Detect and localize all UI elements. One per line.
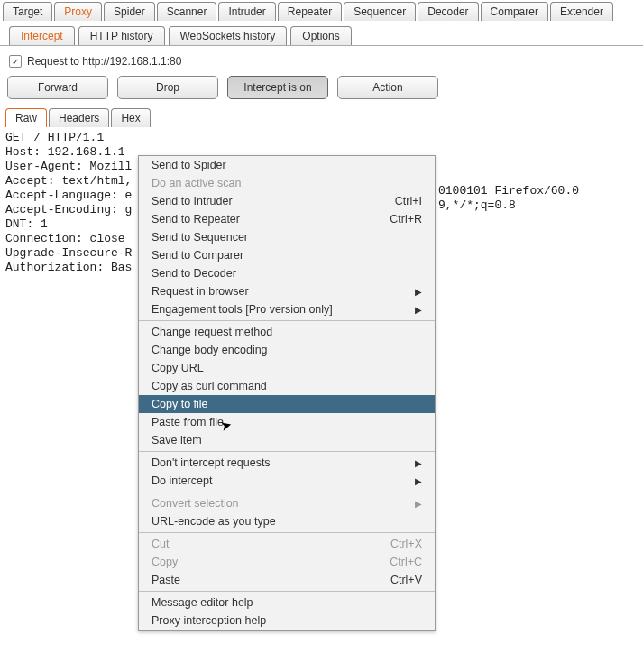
menu-item-send-to-comparer[interactable]: Send to Comparer <box>139 246 435 264</box>
context-menu[interactable]: Send to SpiderDo an active scanSend to I… <box>138 155 436 631</box>
menu-item-send-to-sequencer[interactable]: Send to Sequencer <box>139 228 435 246</box>
intercept-toggle-button[interactable]: Intercept is on <box>227 76 328 99</box>
submenu-arrow-icon: ▶ <box>415 287 422 297</box>
menu-item-label: Convert selection <box>152 497 239 510</box>
menu-item-copy-to-file[interactable]: Copy to file <box>139 395 435 413</box>
sub-tab-options[interactable]: Options <box>290 26 351 45</box>
menu-item-message-editor-help[interactable]: Message editor help <box>139 594 435 612</box>
menu-item-send-to-spider[interactable]: Send to Spider <box>139 156 435 174</box>
menu-item-label: Request in browser <box>152 285 249 298</box>
menu-item-label: Change body encoding <box>152 344 268 356</box>
submenu-arrow-icon: ▶ <box>415 476 422 486</box>
menu-item-copy-url[interactable]: Copy URL <box>139 359 435 377</box>
menu-item-label: Send to Intruder <box>152 195 233 207</box>
menu-item-cut: CutCtrl+X <box>139 535 435 553</box>
menu-item-label: URL-encode as you type <box>152 515 276 528</box>
sub-tab-intercept[interactable]: Intercept <box>9 26 75 45</box>
request-label: Request to http://192.168.1.1:80 <box>27 55 181 68</box>
action-button[interactable]: Action <box>337 76 438 99</box>
view-tab-hex[interactable]: Hex <box>111 108 150 127</box>
menu-item-label: Copy <box>152 556 178 568</box>
menu-item-send-to-decoder[interactable]: Send to Decoder <box>139 264 435 282</box>
menu-item-request-in-browser[interactable]: Request in browser▶ <box>139 282 435 300</box>
submenu-arrow-icon: ▶ <box>415 305 422 315</box>
menu-item-label: Copy to file <box>152 398 208 410</box>
top-tab-spider[interactable]: Spider <box>104 2 155 21</box>
menu-item-paste-from-file[interactable]: Paste from file <box>139 413 435 431</box>
top-tab-sequencer[interactable]: Sequencer <box>344 2 416 21</box>
view-tab-raw[interactable]: Raw <box>5 108 47 127</box>
menu-item-convert-selection: Convert selection▶ <box>139 494 435 512</box>
menu-item-label: Proxy interception help <box>152 614 266 627</box>
top-tab-proxy[interactable]: Proxy <box>54 2 102 21</box>
menu-item-label: Cut <box>152 538 169 550</box>
menu-item-do-intercept[interactable]: Do intercept▶ <box>139 472 435 490</box>
top-tab-decoder[interactable]: Decoder <box>418 2 478 21</box>
menu-item-label: Do an active scan <box>152 177 241 189</box>
request-enabled-checkbox[interactable]: ✓ <box>9 55 22 68</box>
view-tabs: RawHeadersHex <box>0 108 643 127</box>
menu-item-label: Engagement tools [Pro version only] <box>152 303 333 316</box>
menu-item-engagement-tools-pro-version-only[interactable]: Engagement tools [Pro version only]▶ <box>139 300 435 318</box>
menu-item-copy-as-curl-command[interactable]: Copy as curl command <box>139 377 435 395</box>
menu-item-copy: CopyCtrl+C <box>139 553 435 571</box>
menu-item-label: Send to Decoder <box>152 267 236 280</box>
sub-tabs: InterceptHTTP historyWebSockets historyO… <box>0 21 643 45</box>
top-tab-extender[interactable]: Extender <box>550 2 613 21</box>
top-tab-scanner[interactable]: Scanner <box>157 2 217 21</box>
menu-item-shortcut: Ctrl+X <box>390 538 422 550</box>
menu-item-send-to-repeater[interactable]: Send to RepeaterCtrl+R <box>139 210 435 228</box>
menu-separator <box>139 320 435 321</box>
menu-item-shortcut: Ctrl+I <box>395 195 422 207</box>
menu-item-don-t-intercept-requests[interactable]: Don't intercept requests▶ <box>139 454 435 472</box>
menu-item-label: Copy as curl command <box>152 380 267 392</box>
menu-item-change-body-encoding[interactable]: Change body encoding <box>139 341 435 359</box>
menu-item-change-request-method[interactable]: Change request method <box>139 323 435 341</box>
top-tab-target[interactable]: Target <box>3 2 52 21</box>
top-tab-repeater[interactable]: Repeater <box>278 2 342 21</box>
top-tab-intruder[interactable]: Intruder <box>218 2 275 21</box>
drop-button[interactable]: Drop <box>117 76 218 99</box>
menu-item-label: Send to Comparer <box>152 249 243 262</box>
menu-item-label: Send to Repeater <box>152 213 240 226</box>
menu-separator <box>139 492 435 492</box>
view-tab-headers[interactable]: Headers <box>49 108 109 127</box>
sub-tab-websockets-history[interactable]: WebSockets history <box>169 26 288 45</box>
menu-item-label: Change request method <box>152 326 272 338</box>
menu-item-label: Do intercept <box>152 474 212 487</box>
menu-item-shortcut: Ctrl+R <box>390 213 422 226</box>
menu-item-label: Don't intercept requests <box>152 456 271 469</box>
menu-item-label: Message editor help <box>152 596 253 609</box>
menu-item-label: Paste from file <box>152 416 224 428</box>
raw-request-text-overflow: 0100101 Firefox/60.0 9,*/*;q=0.8 <box>438 184 579 213</box>
menu-separator <box>139 591 435 592</box>
sub-tab-http-history[interactable]: HTTP history <box>78 26 165 45</box>
menu-item-shortcut: Ctrl+V <box>390 574 422 586</box>
menu-separator <box>139 532 435 533</box>
submenu-arrow-icon: ▶ <box>415 499 422 509</box>
menu-item-paste[interactable]: PasteCtrl+V <box>139 571 435 589</box>
menu-item-save-item[interactable]: Save item <box>139 431 435 449</box>
menu-item-label: Paste <box>152 574 180 586</box>
menu-item-url-encode-as-you-type[interactable]: URL-encode as you type <box>139 512 435 530</box>
menu-item-label: Send to Spider <box>152 159 226 171</box>
menu-item-shortcut: Ctrl+C <box>390 556 422 568</box>
menu-item-label: Save item <box>152 434 202 446</box>
top-tab-comparer[interactable]: Comparer <box>481 2 548 21</box>
top-tabs: TargetProxySpiderScannerIntruderRepeater… <box>0 0 643 21</box>
menu-item-do-an-active-scan: Do an active scan <box>139 174 435 192</box>
request-bar: ✓ Request to http://192.168.1.1:80 <box>0 51 643 73</box>
menu-item-proxy-interception-help[interactable]: Proxy interception help <box>139 612 435 630</box>
menu-item-label: Send to Sequencer <box>152 231 248 244</box>
action-buttons: Forward Drop Intercept is on Action <box>0 73 643 108</box>
menu-item-send-to-intruder[interactable]: Send to IntruderCtrl+I <box>139 192 435 210</box>
submenu-arrow-icon: ▶ <box>415 458 422 468</box>
menu-separator <box>139 451 435 452</box>
forward-button[interactable]: Forward <box>7 76 108 99</box>
menu-item-label: Copy URL <box>152 362 204 374</box>
